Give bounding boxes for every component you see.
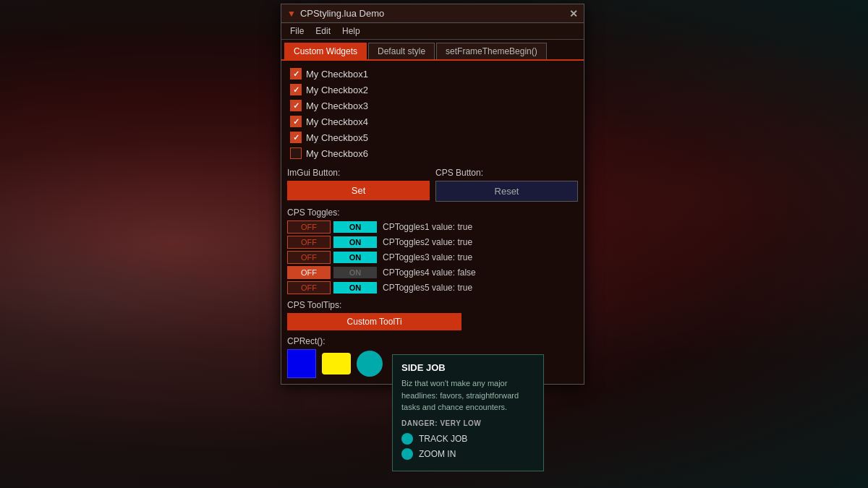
tooltip-popup-description: Biz that won't make any major headlines:… <box>401 377 535 414</box>
tooltip-popup: SIDE JOB Biz that won't make any major h… <box>392 354 544 471</box>
main-window: ▼ CPStyling.lua Demo ✕ File Edit Help Cu… <box>281 4 584 385</box>
checkbox-row-5: ✓ My Checkbox5 <box>287 130 578 145</box>
content-area: ✓ My Checkbox1 ✓ My Checkbox2 ✓ My Check… <box>281 61 584 384</box>
toggle-row-2: OFF ON CPToggles2 value: true <box>287 236 578 249</box>
rect-teal <box>357 351 383 377</box>
tab-set-frame-theme[interactable]: setFrameThemeBegin() <box>436 43 547 59</box>
imgui-button-label: ImGui Button: <box>287 168 430 178</box>
checkbox-5[interactable]: ✓ <box>290 132 302 143</box>
toggle-row-4: OFF ON CPToggles4 value: false <box>287 266 578 279</box>
tooltip-popup-title: SIDE JOB <box>401 362 535 373</box>
cps-button-label: CPS Button: <box>435 168 578 178</box>
rect-blue <box>287 349 316 378</box>
close-button[interactable]: ✕ <box>569 9 578 19</box>
checkbox-2[interactable]: ✓ <box>290 84 302 95</box>
checkbox-label-3: My Checkbox3 <box>306 100 368 111</box>
checkbox-6[interactable] <box>290 147 302 159</box>
tab-default-style[interactable]: Default style <box>368 43 435 59</box>
toggle-1-off[interactable]: OFF <box>287 221 331 234</box>
checkbox-row-1: ✓ My Checkbox1 <box>287 67 578 81</box>
check-mark-1: ✓ <box>293 69 299 79</box>
zoom-in-icon <box>401 448 413 460</box>
check-mark-3: ✓ <box>293 101 299 111</box>
checkbox-label-2: My Checkbox2 <box>306 85 368 95</box>
toggle-5-off[interactable]: OFF <box>287 281 331 294</box>
menubar: File Edit Help <box>281 23 584 40</box>
toggle-4-on[interactable]: ON <box>333 267 377 278</box>
check-mark-2: ✓ <box>293 85 299 95</box>
tooltip-action-track[interactable]: TRACK JOB <box>401 433 535 445</box>
buttons-section: ImGui Button: Set CPS Button: Reset <box>287 168 578 202</box>
toggle-5-value: CPToggles5 value: true <box>383 283 472 293</box>
tabbar: Custom Widgets Default style setFrameThe… <box>281 40 584 61</box>
toggle-3-off[interactable]: OFF <box>287 251 331 264</box>
check-mark-5: ✓ <box>293 133 299 142</box>
toggle-2-value: CPToggles2 value: true <box>383 237 472 247</box>
toggle-4-off[interactable]: OFF <box>287 266 331 279</box>
cprect-label: CPRect(): <box>287 336 578 346</box>
menu-help[interactable]: Help <box>336 25 366 38</box>
checkbox-label-5: My Checkbox5 <box>306 132 368 143</box>
menu-edit[interactable]: Edit <box>310 25 336 38</box>
menu-file[interactable]: File <box>284 25 310 38</box>
checkbox-row-6: My Checkbox6 <box>287 146 578 160</box>
toggle-2-on[interactable]: ON <box>333 236 377 248</box>
custom-tooltip-button[interactable]: Custom ToolTi <box>287 313 461 330</box>
checkbox-label-1: My Checkbox1 <box>306 69 368 80</box>
window-title: CPStyling.lua Demo <box>300 8 384 19</box>
set-button[interactable]: Set <box>287 181 430 200</box>
checkbox-row-3: ✓ My Checkbox3 <box>287 98 578 113</box>
toggle-row-3: OFF ON CPToggles3 value: true <box>287 251 578 264</box>
tooltip-popup-danger: DANGER: VERY LOW <box>401 419 535 427</box>
toggle-row-1: OFF ON CPToggles1 value: true <box>287 221 578 234</box>
checkbox-3[interactable]: ✓ <box>290 100 302 111</box>
tab-custom-widgets[interactable]: Custom Widgets <box>284 43 367 59</box>
toggle-3-on[interactable]: ON <box>333 252 377 263</box>
checkbox-1[interactable]: ✓ <box>290 68 302 80</box>
checkbox-label-6: My Checkbox6 <box>306 148 368 159</box>
toggle-5-on[interactable]: ON <box>333 282 377 294</box>
window-icon: ▼ <box>287 9 296 19</box>
toggle-3-value: CPToggles3 value: true <box>383 252 472 262</box>
toggle-4-value: CPToggles4 value: false <box>383 267 476 278</box>
checkbox-4[interactable]: ✓ <box>290 116 302 127</box>
checkboxes-group: ✓ My Checkbox1 ✓ My Checkbox2 ✓ My Check… <box>287 67 578 160</box>
tooltips-section-label: CPS ToolTips: <box>287 300 578 310</box>
tooltip-action-zoom[interactable]: ZOOM IN <box>401 448 535 460</box>
toggle-1-value: CPToggles1 value: true <box>383 222 472 232</box>
track-job-icon <box>401 433 413 445</box>
toggles-label: CPS Toggles: <box>287 207 578 218</box>
toggle-row-5: OFF ON CPToggles5 value: true <box>287 281 578 294</box>
toggle-2-off[interactable]: OFF <box>287 236 331 249</box>
checkbox-row-2: ✓ My Checkbox2 <box>287 82 578 97</box>
checkbox-label-4: My Checkbox4 <box>306 116 368 127</box>
cps-button-col: CPS Button: Reset <box>435 168 578 202</box>
rect-yellow <box>322 353 351 374</box>
imgui-button-col: ImGui Button: Set <box>287 168 430 200</box>
titlebar-left: ▼ CPStyling.lua Demo <box>287 8 384 19</box>
check-mark-4: ✓ <box>293 117 299 127</box>
tooltips-section: CPS ToolTips: Custom ToolTi <box>287 300 578 330</box>
titlebar: ▼ CPStyling.lua Demo ✕ <box>281 4 584 23</box>
toggles-section: CPS Toggles: OFF ON CPToggles1 value: tr… <box>287 207 578 294</box>
track-job-label: TRACK JOB <box>419 434 467 444</box>
checkbox-row-4: ✓ My Checkbox4 <box>287 114 578 129</box>
reset-button[interactable]: Reset <box>435 181 578 202</box>
toggle-1-on[interactable]: ON <box>333 221 377 233</box>
zoom-in-label: ZOOM IN <box>419 449 456 459</box>
